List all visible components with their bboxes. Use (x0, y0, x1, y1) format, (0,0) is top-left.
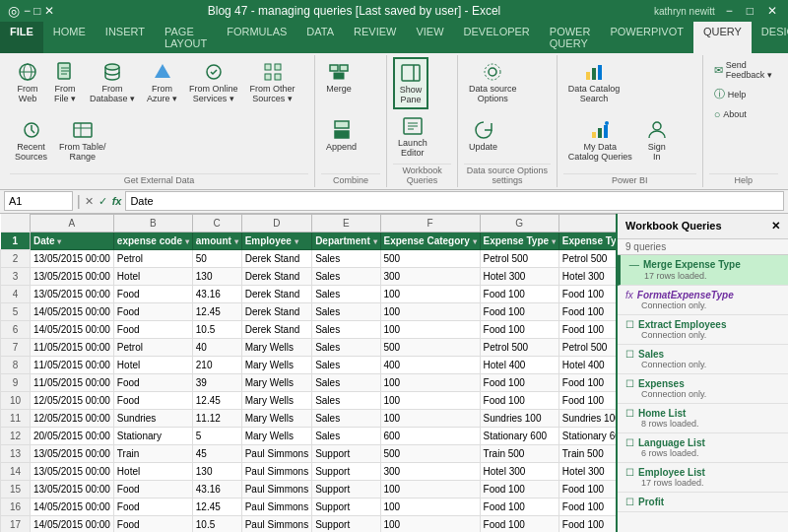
query-item[interactable]: ☐SalesConnection only. (618, 345, 788, 374)
table-cell[interactable]: Hotel 400 (558, 356, 616, 373)
col-header-G[interactable]: G (480, 214, 558, 232)
table-cell[interactable]: Derek Stand (241, 267, 311, 285)
table-cell[interactable]: 100 (380, 320, 480, 338)
table-cell[interactable]: Food (113, 391, 192, 409)
table-cell[interactable]: Paul Simmons (241, 515, 311, 532)
table-cell[interactable]: 13/05/2015 00:00 (31, 444, 114, 462)
table-cell[interactable]: Support (312, 444, 380, 462)
btn-from-azure[interactable]: FromAzure ▾ (142, 57, 182, 113)
table-cell[interactable]: Food 100 (480, 285, 558, 302)
table-cell[interactable]: 50 (192, 249, 241, 267)
table-cell[interactable]: Food 100 (558, 373, 616, 391)
table-cell[interactable]: 100 (380, 302, 480, 320)
table-row[interactable]: 1313/05/2015 00:00Train45Paul SimmonsSup… (1, 444, 617, 462)
table-row[interactable]: 1614/05/2015 00:00Food12.45Paul SimmonsS… (1, 498, 617, 515)
btn-data-source-options[interactable]: Data sourceOptions (464, 57, 522, 113)
query-item[interactable]: ☐Extract EmployeesConnection only. (618, 315, 788, 345)
table-cell[interactable]: Derek Stand (241, 320, 311, 338)
header-expense-code[interactable]: expense code ▾ (113, 232, 192, 249)
confirm-formula-icon[interactable]: ✓ (98, 195, 107, 208)
table-cell[interactable]: 500 (380, 338, 480, 356)
table-row[interactable]: 213/05/2015 00:00Petrol50Derek StandSale… (1, 249, 617, 267)
col-header-C[interactable]: C (192, 214, 241, 232)
table-cell[interactable]: Stationary 600 (480, 427, 558, 444)
table-cell[interactable]: 20/05/2015 00:00 (31, 427, 114, 444)
table-cell[interactable]: 600 (380, 427, 480, 444)
header-department[interactable]: Department ▾ (312, 232, 380, 249)
table-cell[interactable]: Food 100 (558, 285, 616, 302)
table-cell[interactable]: Food 100 (480, 302, 558, 320)
table-cell[interactable]: Hotel 300 (558, 267, 616, 285)
col-header-A[interactable]: A (31, 214, 114, 232)
table-cell[interactable]: Petrol 500 (558, 249, 616, 267)
table-cell[interactable]: Sundries 100 (480, 409, 558, 427)
query-item[interactable]: ☐Profit (618, 493, 788, 512)
table-cell[interactable]: Food 100 (480, 515, 558, 532)
table-cell[interactable]: 14/05/2015 00:00 (31, 320, 114, 338)
table-cell[interactable]: Food (113, 285, 192, 302)
btn-from-online[interactable]: From OnlineServices ▾ (184, 57, 243, 113)
table-cell[interactable]: Mary Wells (241, 338, 311, 356)
tab-view[interactable]: VIEW (406, 22, 453, 53)
queries-panel-close-btn[interactable]: ✕ (771, 220, 780, 233)
table-row[interactable]: 1112/05/2015 00:00Sundries11.12Mary Well… (1, 409, 617, 427)
table-cell[interactable]: Support (312, 480, 380, 498)
table-cell[interactable]: 12.45 (192, 498, 241, 515)
table-cell[interactable]: Petrol 500 (480, 338, 558, 356)
btn-recent[interactable]: RecentSources (10, 115, 52, 171)
query-item[interactable]: ☐Language List6 rows loaded. (618, 433, 788, 463)
table-cell[interactable]: Food (113, 515, 192, 532)
table-cell[interactable]: Sales (312, 391, 380, 409)
btn-my-data-catalog[interactable]: My DataCatalog Queries (563, 115, 637, 171)
table-cell[interactable]: Food 100 (558, 302, 616, 320)
table-cell[interactable]: Paul Simmons (241, 498, 311, 515)
btn-from-database[interactable]: FromDatabase ▾ (85, 57, 140, 113)
table-cell[interactable]: 100 (380, 285, 480, 302)
table-cell[interactable]: Mary Wells (241, 356, 311, 373)
table-cell[interactable]: Mary Wells (241, 409, 311, 427)
btn-from-file[interactable]: FromFile ▾ (47, 57, 83, 113)
header-expense-type-format[interactable]: Expense Type from FormatExpense ▾ (558, 232, 616, 249)
table-cell[interactable]: 12.45 (192, 391, 241, 409)
table-cell[interactable]: Food 100 (558, 320, 616, 338)
btn-from-table[interactable]: From Table/Range (54, 115, 110, 171)
table-cell[interactable]: 130 (192, 267, 241, 285)
table-cell[interactable]: Paul Simmons (241, 480, 311, 498)
table-row[interactable]: 1413/05/2015 00:00Hotel130Paul SimmonsSu… (1, 462, 617, 480)
query-item[interactable]: ☐ExpensesConnection only. (618, 374, 788, 404)
tab-powerpivot[interactable]: POWERPIVOT (600, 22, 693, 53)
table-cell[interactable]: Train 500 (480, 444, 558, 462)
table-cell[interactable]: Hotel 300 (558, 462, 616, 480)
table-cell[interactable]: 39 (192, 373, 241, 391)
table-cell[interactable]: 100 (380, 391, 480, 409)
tab-page-layout[interactable]: PAGE LAYOUT (155, 22, 217, 53)
table-row[interactable]: 514/05/2015 00:00Food12.45Derek StandSal… (1, 302, 617, 320)
table-cell[interactable]: Food 100 (480, 320, 558, 338)
tab-insert[interactable]: INSERT (96, 22, 155, 53)
minimize-btn[interactable]: − (723, 4, 736, 18)
table-cell[interactable]: 12.45 (192, 302, 241, 320)
formula-input[interactable] (125, 191, 784, 211)
col-header-D[interactable]: D (241, 214, 311, 232)
table-cell[interactable]: 13/05/2015 00:00 (31, 285, 114, 302)
table-cell[interactable]: 130 (192, 462, 241, 480)
btn-merge[interactable]: Merge (321, 57, 357, 113)
tab-home[interactable]: HOME (43, 22, 96, 53)
table-cell[interactable]: 300 (380, 462, 480, 480)
col-header-E[interactable]: E (312, 214, 380, 232)
table-cell[interactable]: 13/05/2015 00:00 (31, 267, 114, 285)
table-cell[interactable]: Sales (312, 302, 380, 320)
table-cell[interactable]: 100 (380, 373, 480, 391)
btn-help[interactable]: ⓘ Help (709, 84, 778, 104)
table-cell[interactable]: Petrol 500 (480, 249, 558, 267)
tab-developer[interactable]: DEVELOPER (454, 22, 540, 53)
table-cell[interactable]: Support (312, 462, 380, 480)
query-item[interactable]: fxFormatExpenseTypeConnection only. (618, 286, 788, 315)
table-cell[interactable]: 500 (380, 249, 480, 267)
table-cell[interactable]: 14/05/2015 00:00 (31, 302, 114, 320)
table-cell[interactable]: Support (312, 498, 380, 515)
table-cell[interactable]: 300 (380, 267, 480, 285)
header-expense-category[interactable]: Expense Category ▾ (380, 232, 480, 249)
name-box[interactable] (4, 191, 73, 211)
tab-design[interactable]: DESIGN (752, 22, 788, 53)
